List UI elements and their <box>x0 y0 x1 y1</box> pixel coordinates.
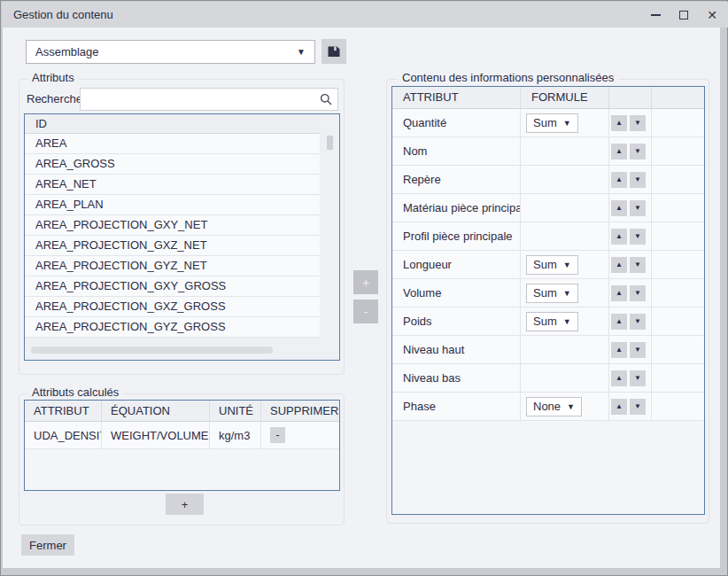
content-formula-cell: None▼ <box>521 393 609 420</box>
content-formula-cell <box>521 364 609 392</box>
content-formula-cell <box>521 166 609 193</box>
move-down-button[interactable]: ▼ <box>630 285 646 301</box>
content-empty-cell <box>652 222 704 250</box>
dialog-content: Assemblage ▼ Attributs Recherche ID AR <box>3 27 720 568</box>
move-down-button[interactable]: ▼ <box>630 342 646 358</box>
content-formula-cell <box>521 137 609 165</box>
content-table: ATTRIBUTFORMULE QuantitéSum▼▲▼Nom▲▼Repèr… <box>391 86 705 515</box>
content-attribute-label: Longueur <box>392 251 521 278</box>
search-input[interactable] <box>80 88 338 111</box>
content-empty-cell <box>652 336 704 363</box>
formula-dropdown[interactable]: Sum▼ <box>526 255 578 275</box>
move-down-button[interactable]: ▼ <box>630 144 646 160</box>
formula-dropdown[interactable]: Sum▼ <box>526 312 578 331</box>
move-down-button[interactable]: ▼ <box>630 399 646 415</box>
attribute-list[interactable]: ID AREAAREA_GROSSAREA_NETAREA_PLANAREA_P… <box>24 113 340 361</box>
close-button[interactable]: ✕ <box>698 2 726 27</box>
content-column-header <box>652 87 704 108</box>
content-move-cell: ▲▼ <box>609 109 652 136</box>
attribute-list-item[interactable]: AREA_PROJECTION_GXZ_GROSS <box>25 297 320 317</box>
close-dialog-button[interactable]: Fermer <box>21 534 74 556</box>
move-up-button[interactable]: ▲ <box>611 229 627 245</box>
content-group: Contenu des informations personnalisées … <box>386 79 709 524</box>
move-down-button[interactable]: ▼ <box>630 229 646 245</box>
content-row: PhaseNone▼▲▼ <box>392 393 704 421</box>
content-empty-cell <box>652 279 704 307</box>
content-empty-cell <box>652 307 704 335</box>
move-down-button[interactable]: ▼ <box>630 314 646 330</box>
content-empty-cell <box>652 109 704 136</box>
attribute-list-item[interactable]: AREA_PROJECTION_GYZ_NET <box>25 256 320 276</box>
attribute-list-item[interactable]: AREA_PROJECTION_GXY_NET <box>25 215 320 236</box>
content-attribute-label: Nom <box>392 137 521 165</box>
move-up-button[interactable]: ▲ <box>611 172 627 188</box>
content-table-header: ATTRIBUTFORMULE <box>392 87 704 109</box>
chevron-down-icon: ▼ <box>297 47 306 57</box>
chevron-down-icon: ▼ <box>563 261 571 269</box>
window-title: Gestion du contenu <box>13 2 113 27</box>
content-attribute-label: Volume <box>392 279 521 307</box>
formula-dropdown[interactable]: Sum▼ <box>526 284 578 303</box>
move-down-button[interactable]: ▼ <box>630 370 646 386</box>
content-row: LongueurSum▼▲▼ <box>392 251 704 279</box>
attribute-list-item[interactable]: AREA_PROJECTION_GXZ_NET <box>25 236 320 256</box>
content-type-select[interactable]: Assemblage ▼ <box>26 40 315 64</box>
attribute-list-item[interactable]: AREA_NET <box>25 175 320 195</box>
content-row: Repère▲▼ <box>392 166 704 194</box>
horizontal-scrollbar[interactable] <box>31 346 273 354</box>
content-formula-cell: Sum▼ <box>521 251 609 278</box>
attribute-list-item[interactable]: AREA <box>25 134 320 154</box>
content-formula-cell: Sum▼ <box>521 109 609 136</box>
move-down-button[interactable]: ▼ <box>630 115 646 131</box>
move-up-button[interactable]: ▲ <box>611 342 627 358</box>
content-row: VolumeSum▼▲▼ <box>392 279 704 307</box>
remove-attribute-button[interactable]: - <box>353 300 378 323</box>
chevron-down-icon: ▼ <box>563 119 571 128</box>
maximize-button[interactable] <box>670 2 698 27</box>
content-column-header <box>609 87 652 108</box>
calculated-unit: kg/m3 <box>210 422 261 448</box>
move-up-button[interactable]: ▲ <box>611 200 627 216</box>
content-move-cell: ▲▼ <box>609 364 652 392</box>
move-up-button[interactable]: ▲ <box>611 257 627 273</box>
move-down-button[interactable]: ▼ <box>630 200 646 216</box>
formula-value: Sum <box>533 315 557 328</box>
attribute-list-item[interactable]: AREA_PROJECTION_GXY_GROSS <box>25 276 320 297</box>
add-calculated-attribute-button[interactable]: + <box>166 494 204 515</box>
calculated-group: Attributs calculés ATTRIBUTÉQUATIONUNITÉ… <box>19 393 345 525</box>
attributes-group: Attributs Recherche ID AREAAREA_GROSSARE… <box>19 79 345 375</box>
attributes-group-title: Attributs <box>27 71 79 84</box>
dialog-window: Gestion du contenu ✕ Assemblage ▼ <box>0 0 728 576</box>
move-up-button[interactable]: ▲ <box>611 144 627 160</box>
move-up-button[interactable]: ▲ <box>611 370 627 386</box>
chevron-down-icon: ▼ <box>563 317 571 326</box>
calculated-equation: WEIGHT/VOLUME <box>102 422 210 448</box>
vertical-scrollbar[interactable] <box>327 136 333 150</box>
maximize-icon <box>679 11 688 19</box>
minimize-button[interactable] <box>641 2 670 27</box>
move-down-button[interactable]: ▼ <box>630 172 646 188</box>
search-icon <box>320 93 332 105</box>
move-up-button[interactable]: ▲ <box>611 285 627 301</box>
content-row: Niveau bas▲▼ <box>392 364 704 393</box>
content-row: PoidsSum▼▲▼ <box>392 307 704 336</box>
content-row: Profil pièce principale▲▼ <box>392 222 704 251</box>
attribute-list-item[interactable]: AREA_GROSS <box>25 154 320 175</box>
move-up-button[interactable]: ▲ <box>611 314 627 330</box>
save-button[interactable] <box>321 39 346 64</box>
move-up-button[interactable]: ▲ <box>611 115 627 131</box>
attribute-list-item[interactable]: AREA_PROJECTION_GYZ_GROSS <box>25 317 320 338</box>
title-bar[interactable]: Gestion du contenu ✕ <box>2 2 728 27</box>
formula-dropdown[interactable]: None▼ <box>526 397 582 416</box>
formula-value: None <box>533 400 561 413</box>
move-up-button[interactable]: ▲ <box>611 399 627 415</box>
add-attribute-button[interactable]: + <box>353 270 378 294</box>
calculated-delete-cell: - <box>261 422 339 448</box>
calculated-column-header: UNITÉ <box>210 401 261 421</box>
attribute-list-item[interactable]: AREA_PLAN <box>25 195 320 215</box>
attribute-list-header: ID <box>25 114 320 134</box>
delete-attribute-button[interactable]: - <box>270 427 285 443</box>
formula-dropdown[interactable]: Sum▼ <box>526 113 578 133</box>
move-down-button[interactable]: ▼ <box>630 257 646 273</box>
content-empty-cell <box>652 166 704 193</box>
